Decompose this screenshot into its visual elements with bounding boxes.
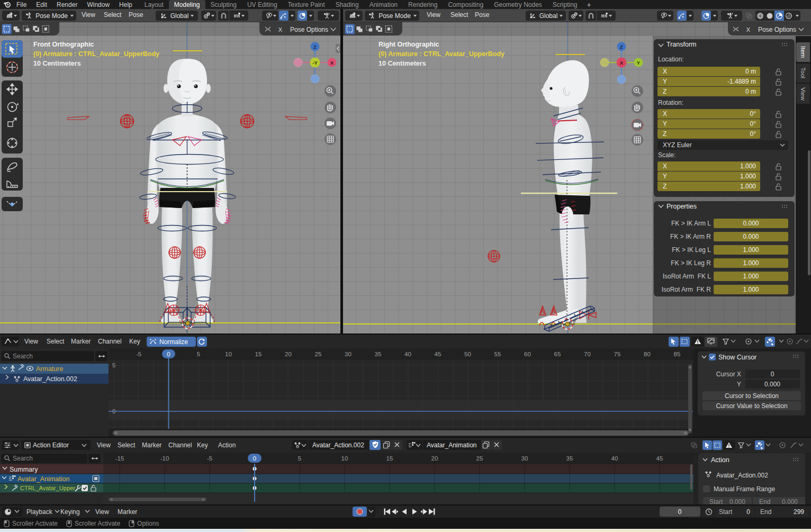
svg-text:Playback: Playback — [26, 508, 53, 516]
svg-text:Keying: Keying — [60, 508, 80, 516]
svg-text:0: 0 — [167, 351, 170, 357]
svg-text:View: View — [95, 508, 109, 516]
svg-text:Search: Search — [13, 353, 33, 360]
svg-text:Pose Options: Pose Options — [758, 26, 796, 33]
svg-text:Marker: Marker — [71, 338, 91, 345]
svg-text:25: 25 — [315, 351, 322, 357]
svg-text:-15: -15 — [115, 455, 124, 462]
svg-text:Normalize: Normalize — [159, 338, 188, 346]
svg-text:X: X — [620, 60, 624, 66]
svg-text:Marker: Marker — [118, 508, 137, 516]
svg-text:Avatar_Action.002: Avatar_Action.002 — [23, 375, 77, 383]
svg-text:10 Centimeters: 10 Centimeters — [33, 60, 81, 67]
svg-text:0: 0 — [253, 455, 256, 462]
svg-text:10: 10 — [225, 351, 232, 357]
svg-text:Manual Frame Range: Manual Frame Range — [714, 485, 775, 493]
svg-text:15: 15 — [386, 455, 393, 462]
svg-text:10 Centimeters: 10 Centimeters — [379, 60, 426, 67]
svg-text:Armature: Armature — [36, 365, 63, 373]
svg-text:End: End — [759, 498, 770, 506]
svg-text:View: View — [24, 338, 38, 345]
svg-text:Cursor Value to Selection: Cursor Value to Selection — [716, 402, 787, 410]
svg-text:35: 35 — [375, 351, 382, 357]
svg-text:Show Cursor: Show Cursor — [718, 354, 756, 361]
svg-text:30: 30 — [521, 455, 528, 462]
svg-text:30: 30 — [345, 351, 352, 357]
svg-text:299: 299 — [794, 508, 804, 516]
svg-text:Channel: Channel — [168, 441, 192, 449]
svg-text:80: 80 — [644, 351, 651, 357]
svg-text:Pose Options: Pose Options — [290, 26, 328, 33]
svg-text:CTRL_Avatar_Upper: CTRL_Avatar_Upper — [20, 485, 76, 491]
svg-text:15: 15 — [255, 351, 262, 357]
svg-text:Avatar_Animation: Avatar_Animation — [427, 441, 477, 449]
svg-text:65: 65 — [554, 351, 561, 357]
svg-text:Select: Select — [47, 338, 65, 345]
svg-text:(0) Armature : CTRL_Avatar_Upp: (0) Armature : CTRL_Avatar_UpperBody — [379, 50, 504, 58]
svg-text:-10: -10 — [160, 455, 169, 462]
svg-text:5: 5 — [298, 455, 301, 462]
svg-text:Action Editor: Action Editor — [33, 441, 69, 449]
svg-text:Z: Z — [313, 44, 317, 50]
svg-text:Y: Y — [637, 60, 641, 66]
svg-text:85: 85 — [674, 351, 681, 357]
svg-text:End: End — [760, 508, 771, 516]
svg-text:35: 35 — [566, 455, 573, 462]
svg-text:0: 0 — [678, 508, 682, 516]
svg-text:20: 20 — [285, 351, 292, 357]
svg-text:-5: -5 — [136, 351, 141, 357]
svg-text:X: X — [330, 60, 334, 66]
svg-text:Right Orthographic: Right Orthographic — [379, 41, 439, 48]
svg-text:0.000: 0.000 — [764, 381, 780, 388]
svg-text:Channel: Channel — [98, 338, 122, 345]
svg-text:Key: Key — [129, 338, 140, 345]
svg-text:Z: Z — [620, 44, 623, 50]
svg-text:40: 40 — [404, 351, 411, 357]
svg-text:(0) Armature : CTRL_Avatar_Upp: (0) Armature : CTRL_Avatar_UpperBody — [33, 50, 159, 58]
svg-text:X: X — [278, 26, 283, 33]
svg-text:Marker: Marker — [142, 441, 161, 449]
svg-text:Cursor X: Cursor X — [716, 371, 741, 378]
svg-text:Start: Start — [709, 498, 723, 506]
svg-text:Y: Y — [737, 381, 741, 388]
svg-text:Front Orthographic: Front Orthographic — [33, 41, 94, 48]
svg-text:Avatar_Action.002: Avatar_Action.002 — [716, 472, 768, 479]
svg-text:60: 60 — [524, 351, 531, 357]
svg-text:Key: Key — [197, 441, 208, 449]
svg-text:Action: Action — [711, 456, 729, 464]
svg-text:0: 0 — [746, 508, 750, 516]
svg-text:0.000: 0.000 — [782, 498, 798, 506]
svg-text:55: 55 — [494, 351, 501, 357]
svg-text:Start: Start — [719, 508, 733, 516]
svg-text:0.000: 0.000 — [729, 498, 745, 506]
svg-text:View: View — [97, 441, 111, 449]
svg-text:20: 20 — [431, 455, 438, 462]
svg-text:45: 45 — [656, 455, 663, 462]
svg-text:Search: Search — [13, 455, 33, 462]
svg-text:45: 45 — [435, 351, 441, 357]
svg-text:5: 5 — [197, 351, 200, 357]
svg-text:-Y: -Y — [312, 60, 318, 66]
svg-text:X: X — [746, 26, 751, 33]
svg-text:Action: Action — [218, 441, 236, 449]
svg-text:Select: Select — [118, 441, 136, 449]
svg-text:0: 0 — [771, 371, 774, 378]
svg-text:10: 10 — [341, 455, 348, 462]
svg-text:25: 25 — [476, 455, 483, 462]
svg-text:Summary: Summary — [10, 466, 38, 473]
svg-text:Avatar_Animation: Avatar_Animation — [17, 475, 69, 483]
svg-text:Cursor to Selection: Cursor to Selection — [725, 392, 779, 400]
svg-text:-5: -5 — [207, 455, 212, 462]
svg-text:Avatar_Action.002: Avatar_Action.002 — [312, 441, 364, 449]
svg-text:40: 40 — [611, 455, 618, 462]
svg-text:5: 5 — [112, 362, 115, 368]
svg-text:75: 75 — [614, 351, 621, 357]
svg-text:50: 50 — [464, 351, 471, 357]
svg-text:70: 70 — [584, 351, 591, 357]
